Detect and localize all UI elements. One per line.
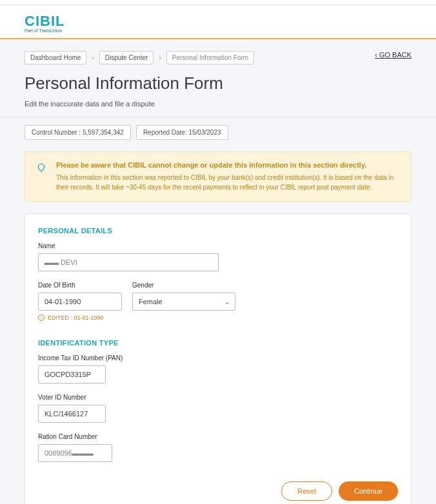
chevron-right-icon: › bbox=[159, 54, 161, 61]
notice-title: Please be aware that CIBIL cannot change… bbox=[56, 161, 401, 169]
dob-gender-row: Date Of Birth ! EDITED : 01-01-1990 Gend… bbox=[38, 282, 398, 331]
ration-field: Ration Card Number bbox=[38, 433, 112, 462]
ration-label: Ration Card Number bbox=[38, 433, 112, 440]
edited-note-text: EDITED : 01-01-1990 bbox=[48, 315, 104, 321]
breadcrumb: Dashboard Home › Dispute Center › Person… bbox=[25, 51, 254, 64]
pan-label: Income Tax ID Number (PAN) bbox=[38, 354, 106, 362]
control-number-chip: Control Number : 5,597,354,342 bbox=[25, 125, 131, 140]
page-title: Personal Information Form bbox=[25, 73, 411, 93]
pan-field: Income Tax ID Number (PAN) bbox=[38, 354, 106, 383]
reported-date-chip: Reported Date: 15/03/2023 bbox=[136, 125, 228, 140]
status-row: Control Number : 5,597,354,342 Reported … bbox=[25, 125, 411, 140]
gender-select[interactable]: Female bbox=[132, 293, 235, 311]
dob-input[interactable] bbox=[38, 293, 122, 311]
name-label: Name bbox=[38, 242, 219, 249]
notice-banner: Please be aware that CIBIL cannot change… bbox=[25, 151, 411, 202]
top-row: Dashboard Home › Dispute Center › Person… bbox=[25, 51, 411, 64]
edited-note: ! EDITED : 01-01-1990 bbox=[38, 315, 122, 321]
logo: CIBIL bbox=[25, 13, 411, 30]
chevron-right-icon: › bbox=[92, 54, 94, 61]
page-body: Dashboard Home › Dispute Center › Person… bbox=[0, 39, 436, 504]
notice-text: Please be aware that CIBIL cannot change… bbox=[56, 161, 401, 192]
voter-label: Voter ID Number bbox=[38, 394, 106, 401]
logo-subtitle: Part of TransUnion bbox=[25, 28, 411, 33]
continue-button[interactable]: Continue bbox=[339, 481, 398, 501]
pan-input[interactable] bbox=[38, 365, 106, 383]
crumb-dashboard[interactable]: Dashboard Home bbox=[25, 51, 86, 64]
dob-label: Date Of Birth bbox=[38, 282, 122, 289]
go-back-link[interactable]: GO BACK bbox=[375, 51, 411, 59]
dob-field: Date Of Birth ! EDITED : 01-01-1990 bbox=[38, 282, 122, 321]
warning-icon: ! bbox=[38, 315, 45, 321]
crumb-dispute[interactable]: Dispute Center bbox=[99, 51, 154, 64]
button-row: Reset Continue bbox=[38, 481, 398, 501]
personal-section-title: PERSONAL DETAILS bbox=[38, 227, 398, 235]
voter-input[interactable] bbox=[38, 405, 106, 423]
form-card: PERSONAL DETAILS Name Date Of Birth ! ED… bbox=[25, 213, 411, 504]
identification-section-title: IDENTIFICATION TYPE bbox=[38, 339, 398, 347]
name-input[interactable] bbox=[38, 253, 219, 271]
divider bbox=[0, 117, 436, 117]
voter-field: Voter ID Number bbox=[38, 394, 106, 423]
gender-label: Gender bbox=[132, 282, 235, 289]
lightbulb-icon bbox=[35, 162, 47, 174]
header: CIBIL Part of TransUnion bbox=[0, 5, 436, 38]
ration-input[interactable] bbox=[38, 444, 112, 462]
notice-body: This information in this section was rep… bbox=[56, 173, 401, 192]
name-field: Name bbox=[38, 242, 219, 271]
top-border bbox=[0, 0, 436, 5]
reset-button[interactable]: Reset bbox=[281, 481, 332, 501]
crumb-current: Personal Information Form bbox=[166, 51, 254, 64]
page-subtitle: Edit the inaccurate data and file a disp… bbox=[25, 100, 411, 108]
gender-field: Gender Female ⌄ bbox=[132, 282, 235, 321]
